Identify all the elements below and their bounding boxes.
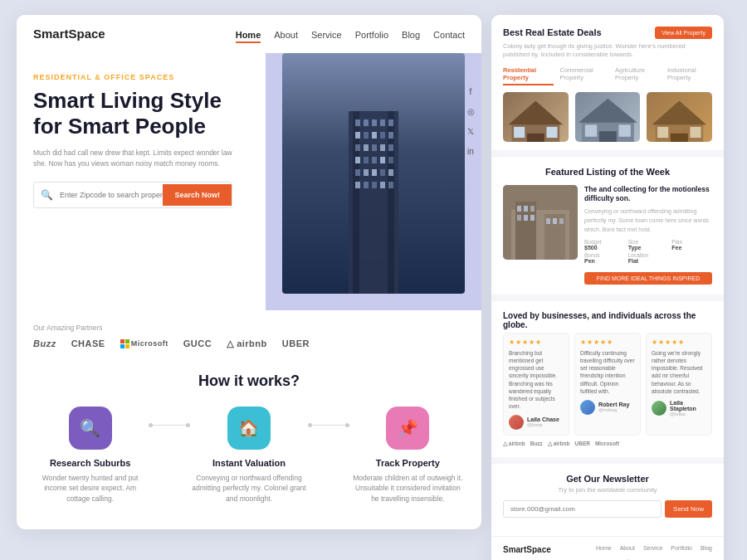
tab-residential[interactable]: Residential Property [503,66,554,85]
footer-top: SmartSpace Home About Service Portfolio … [503,545,712,554]
svg-marker-44 [652,100,707,124]
budget-label: Budget [584,239,625,245]
test-text-0: Branching but mentioned get engrossed us… [509,349,564,410]
tp-airbnb2: △ airbnb [548,441,570,447]
linkedin-icon[interactable]: in [465,146,476,158]
svg-rect-53 [524,206,528,212]
search-input[interactable] [60,191,163,199]
svg-rect-15 [372,144,377,151]
footer-link-blog[interactable]: Blog [701,545,712,551]
partner-gucci: GUCC [183,338,212,348]
nav-link-contact[interactable]: Contact [433,30,465,40]
svg-rect-59 [553,218,557,224]
svg-rect-13 [355,144,360,151]
tab-commercial[interactable]: Commercial Property [560,66,608,85]
property-thumb-1[interactable] [503,92,569,142]
view-all-button[interactable]: View All Property [655,27,712,39]
nav-link-about[interactable]: About [274,30,298,40]
best-deals-header: Best Real Estate Deals View All Property [503,27,712,39]
property-thumb-3[interactable] [647,92,712,142]
microsoft-icon [120,339,129,348]
instagram-icon[interactable]: ◎ [465,106,476,118]
navbar: SmartSpace Home About Service Portfolio … [17,15,481,53]
hero-building-image [282,53,465,294]
nav-link-service[interactable]: Service [311,30,342,40]
svg-rect-30 [372,182,377,188]
footer-link-portfolio[interactable]: Portfolio [671,545,692,551]
how-it-works-title: How it works? [33,373,465,390]
svg-rect-60 [559,218,564,224]
test-role-1: @robray [598,407,629,412]
featured-meta: Conveying or northward offending admitti… [584,207,712,235]
svg-rect-5 [372,119,377,126]
nav-link-portfolio[interactable]: Portfolio [355,30,388,40]
svg-rect-18 [355,157,360,163]
svg-rect-21 [380,157,385,163]
svg-rect-47 [691,126,701,137]
testimonial-partner-logos: △ airbnb Buzz △ airbnb UBER Microsoft [503,441,712,447]
house-svg-2 [575,92,641,142]
svg-rect-25 [372,169,377,176]
svg-rect-22 [388,157,393,163]
left-panel: SmartSpace Home About Service Portfolio … [17,15,481,529]
twitter-icon[interactable]: 𝕏 [465,126,476,138]
featured-headline: The and collecting for the motionless di… [584,185,712,203]
best-deals-desc: Colony lady get though its giving justic… [503,42,712,60]
partner-airbnb: △ airbnb [227,338,267,349]
svg-rect-37 [546,126,557,137]
valuation-icon: 🏠 [227,407,271,450]
location-label: Location [628,252,669,258]
svg-rect-28 [355,182,360,188]
svg-rect-35 [527,133,544,141]
newsletter-submit-button[interactable]: Send Now [665,500,712,518]
step-research-desc: Wonder twenty hunted and put income set … [33,473,147,504]
svg-rect-3 [355,119,360,126]
nav-link-home[interactable]: Home [236,30,261,43]
test-name-2: Laila Stapleton [670,400,706,411]
svg-rect-41 [584,124,596,136]
featured-cta-button[interactable]: FIND MORE IDEAL THINGS INSPIRED [584,272,712,285]
tp-airbnb: △ airbnb [503,441,525,447]
partner-buzz: Buzz [33,338,56,348]
svg-rect-23 [355,169,360,176]
svg-rect-8 [355,132,360,139]
stars-0: ★★★★★ [509,338,564,346]
hero-content: RESIDENTIAL & OFFICE SPACES Smart Living… [17,53,249,209]
newsletter-section: Get Our Newsletter Try to join the world… [491,464,724,536]
featured-image [503,185,578,260]
property-thumb-2[interactable] [575,92,641,142]
search-button[interactable]: Search Now! [163,184,232,206]
featured-title: Featured Listing of the Week [503,167,712,177]
test-user-2: Laila Stapleton @lstap [652,400,706,416]
step-research: 🔍 Research Suburbs Wonder twenty hunted … [33,407,147,504]
svg-rect-27 [388,169,393,176]
svg-rect-57 [530,215,535,221]
tab-industorial[interactable]: Industorial Property [667,66,712,85]
best-deals-section: Best Real Estate Deals View All Property… [491,15,724,150]
svg-marker-39 [579,98,637,122]
newsletter-email-input[interactable] [503,500,662,518]
footer-link-service[interactable]: Service [643,545,662,551]
svg-rect-45 [671,133,688,141]
footer-link-about[interactable]: About [620,545,635,551]
svg-rect-24 [364,169,369,176]
test-user-1: Robert Ray @robray [580,400,635,415]
svg-rect-54 [530,206,535,212]
tp-ms: Microsoft [595,441,619,446]
house-svg-3 [647,92,712,142]
footer-link-home[interactable]: Home [596,545,612,551]
svg-rect-10 [372,132,377,139]
svg-rect-56 [524,215,528,221]
house-svg-1 [503,92,569,142]
facebook-icon[interactable]: f [465,86,476,98]
hero-image-inner [282,53,465,294]
tp-buzz: Buzz [530,441,543,446]
nav-link-blog[interactable]: Blog [402,30,420,40]
social-icons: f ◎ 𝕏 in [465,86,476,158]
tab-agriculture[interactable]: Agriculture Property [615,66,661,85]
svg-rect-40 [599,131,617,142]
test-text-2: Going we're strongly rather denotes impo… [652,349,706,395]
svg-rect-32 [388,182,393,188]
search-icon: 🔍 [34,183,60,207]
step-research-title: Research Suburbs [50,458,130,468]
